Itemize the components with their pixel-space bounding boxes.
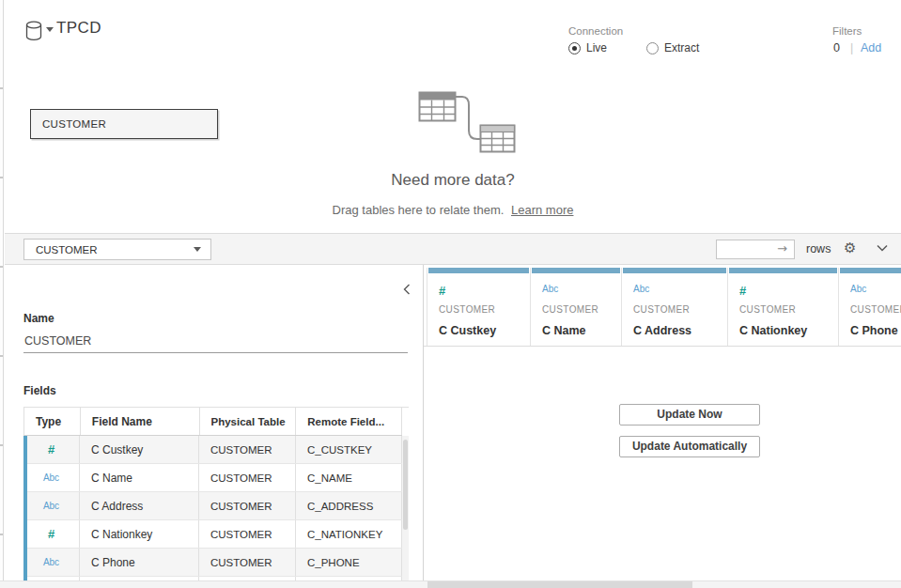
live-radio[interactable]: Live — [568, 41, 607, 54]
abc-type-icon: Abc — [43, 501, 59, 511]
database-caret-icon[interactable] — [46, 27, 54, 32]
horizontal-scrollbar-thumb[interactable] — [427, 581, 692, 588]
abc-type-icon: Abc — [542, 284, 558, 294]
abc-type-icon: Abc — [43, 557, 59, 567]
number-type-icon: # — [739, 284, 746, 298]
drag-tables-text: Drag tables here to relate them. — [333, 203, 505, 217]
field-cell: C_NATIONKEY — [296, 520, 402, 548]
table-selector-value: CUSTOMER — [36, 244, 98, 255]
column-table-name: CUSTOMER — [439, 304, 495, 315]
database-icon[interactable] — [25, 21, 44, 41]
field-row-c-address[interactable]: AbcC AddressCUSTOMERC_ADDRESS — [23, 492, 402, 520]
fields-column-header[interactable]: Field Name — [81, 408, 200, 435]
column-header-bar — [532, 268, 620, 273]
gear-icon[interactable]: ⚙ — [844, 240, 856, 256]
table-name-input[interactable] — [23, 329, 408, 353]
column-field-name: C Name — [542, 324, 586, 337]
table-selector-dropdown[interactable]: CUSTOMER — [23, 239, 211, 260]
number-type-icon: # — [48, 527, 54, 541]
filters-add-link[interactable]: Add — [861, 41, 881, 54]
field-row-c-nationkey[interactable]: #C NationkeyCUSTOMERC_NATIONKEY — [23, 520, 402, 549]
left-pane-edge[interactable] — [0, 0, 4, 588]
column-table-name: CUSTOMER — [850, 304, 901, 315]
column-field-name: C Phone — [850, 324, 898, 337]
fields-column-header[interactable]: Type — [24, 408, 81, 435]
update-automatically-button[interactable]: Update Automatically — [619, 436, 760, 457]
fields-column-header[interactable]: Remote Field... — [296, 408, 402, 435]
field-cell: C Address — [80, 492, 199, 519]
learn-more-link[interactable]: Learn more — [511, 203, 573, 217]
grid-column-c-custkey[interactable]: #CUSTOMERC Custkey — [427, 268, 531, 346]
extract-radio-label: Extract — [664, 41, 699, 54]
field-cell: C Name — [80, 464, 199, 491]
column-table-name: CUSTOMER — [633, 304, 690, 315]
data-source-header: TPCD Connection Live Extract Filters 0 |… — [5, 0, 901, 83]
tableau-data-source-page: TPCD Connection Live Extract Filters 0 |… — [0, 0, 901, 588]
grid-toolbar: CUSTOMER → rows ⚙ — [5, 233, 901, 265]
field-cell: C_CUSTKEY — [296, 436, 402, 463]
column-field-name: C Custkey — [439, 324, 496, 337]
name-label: Name — [23, 312, 54, 325]
abc-type-icon: Abc — [43, 472, 59, 483]
fields-table: TypeField NamePhysical TableRemote Field… — [23, 407, 409, 580]
collapse-grid-chevron-icon[interactable] — [877, 244, 888, 252]
field-cell: C Custkey — [80, 436, 199, 463]
number-type-icon: # — [439, 284, 445, 298]
field-cell: C Nationkey — [80, 520, 199, 548]
filters-count: 0 — [833, 41, 840, 54]
grid-column-c-nationkey[interactable]: #CUSTOMERC Nationkey — [728, 268, 839, 346]
fields-table-header: TypeField NamePhysical TableRemote Field… — [23, 408, 402, 436]
rows-label: rows — [806, 242, 831, 255]
column-header-bar — [840, 268, 901, 273]
grid-column-c-name[interactable]: AbcCUSTOMERC Name — [531, 268, 622, 346]
extract-radio-icon[interactable] — [646, 42, 659, 54]
table-details-panel: Name Fields TypeField NamePhysical Table… — [5, 265, 423, 580]
data-grid-header: #CUSTOMERC CustkeyAbcCUSTOMERC NameAbcCU… — [427, 268, 901, 346]
live-radio-label: Live — [586, 41, 607, 54]
data-source-title: TPCD — [56, 19, 101, 38]
field-cell: C Phone — [80, 549, 199, 576]
relationship-canvas[interactable]: CUSTOMER Need more data? Drag tables her… — [5, 83, 901, 233]
scrollbar-thumb[interactable] — [403, 440, 408, 530]
abc-type-icon: Abc — [850, 284, 866, 294]
field-row-c-name[interactable]: AbcC NameCUSTOMERC_NAME — [23, 464, 402, 492]
customer-table-card[interactable]: CUSTOMER — [30, 109, 218, 139]
update-now-button[interactable]: Update Now — [619, 404, 760, 426]
grid-header-divider — [424, 346, 901, 347]
selected-rows-accent-bar — [23, 436, 27, 580]
field-cell: CUSTOMER — [199, 492, 296, 519]
grid-column-c-address[interactable]: AbcCUSTOMERC Address — [622, 268, 728, 346]
extract-radio[interactable]: Extract — [646, 41, 699, 54]
column-field-name: C Address — [633, 324, 691, 337]
column-field-name: C Nationkey — [739, 324, 807, 337]
fields-column-header[interactable]: Physical Table — [200, 408, 297, 435]
column-table-name: CUSTOMER — [739, 304, 796, 315]
field-cell: C_PHONE — [296, 549, 402, 576]
horizontal-scrollbar[interactable] — [0, 580, 901, 588]
filters-label: Filters — [832, 25, 862, 37]
rows-count-input[interactable] — [716, 240, 795, 259]
data-grid-panel: #CUSTOMERC CustkeyAbcCUSTOMERC NameAbcCU… — [423, 265, 901, 580]
field-cell: CUSTOMER — [199, 520, 296, 548]
column-header-bar — [729, 268, 837, 273]
column-header-bar — [428, 268, 529, 273]
drag-tables-hint: Drag tables here to relate them. Learn m… — [5, 203, 901, 217]
chevron-down-icon — [194, 247, 201, 252]
field-cell: C_NAME — [296, 464, 402, 491]
fields-label: Fields — [23, 384, 56, 397]
live-radio-icon[interactable] — [568, 42, 581, 54]
field-cell: C_ADDRESS — [296, 492, 402, 519]
field-cell: CUSTOMER — [199, 436, 296, 463]
need-more-data-title: Need more data? — [5, 171, 901, 190]
field-cell: CUSTOMER — [199, 464, 296, 491]
field-row-c-phone[interactable]: AbcC PhoneCUSTOMERC_PHONE — [23, 549, 402, 577]
collapse-panel-icon[interactable] — [403, 284, 411, 295]
field-cell: CUSTOMER — [199, 549, 296, 576]
connection-label: Connection — [568, 25, 623, 37]
column-table-name: CUSTOMER — [542, 304, 598, 315]
grid-column-c-phone[interactable]: AbcCUSTOMERC Phone — [839, 268, 901, 346]
field-row-c-custkey[interactable]: #C CustkeyCUSTOMERC_CUSTKEY — [23, 436, 402, 464]
table-details-section: Name Fields TypeField NamePhysical Table… — [5, 265, 901, 580]
fields-table-vertical-scrollbar[interactable] — [402, 436, 409, 580]
tables-relation-icon — [412, 88, 518, 156]
